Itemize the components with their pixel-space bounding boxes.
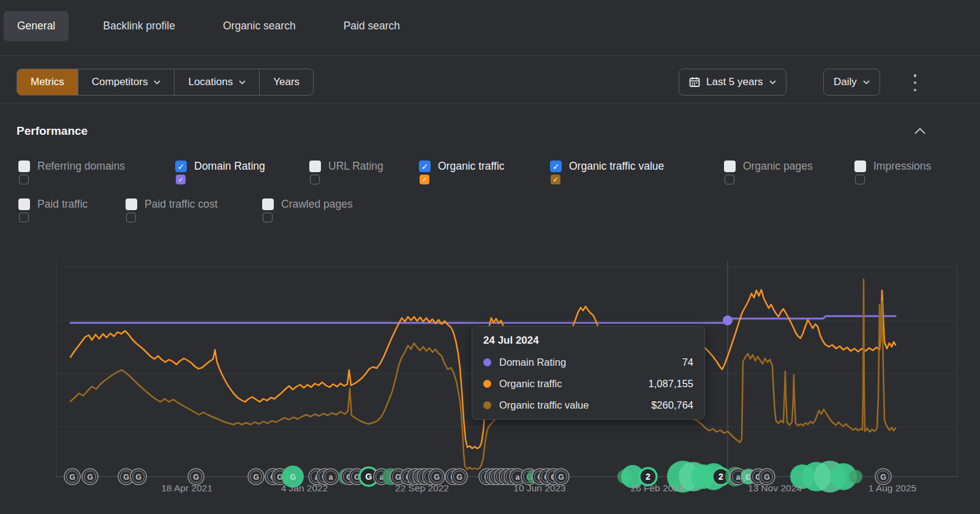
metric-toggle-impressions[interactable]: Impressions <box>854 161 980 186</box>
series-color-checkbox[interactable] <box>19 175 29 184</box>
series-color-checkbox[interactable] <box>725 175 734 184</box>
checkbox-checked[interactable]: ✓ <box>419 161 431 172</box>
event-marker-badge[interactable]: a <box>309 469 325 485</box>
metric-toggle-organic-traffic-value[interactable]: ✓Organic traffic value✓ <box>550 161 691 186</box>
event-marker-badge[interactable]: G <box>317 469 333 485</box>
event-marker-badge[interactable]: a <box>374 469 390 485</box>
tab-organic-search[interactable]: Organic search <box>209 11 309 41</box>
event-marker-badge[interactable] <box>621 465 644 488</box>
event-marker-badge[interactable] <box>691 464 715 489</box>
event-marker-badge[interactable] <box>725 467 745 486</box>
series-color-checkbox[interactable] <box>19 213 29 222</box>
event-marker-badge[interactable]: G <box>532 469 548 485</box>
checkbox-unchecked[interactable] <box>18 198 30 210</box>
event-marker-badge[interactable]: a <box>527 470 540 483</box>
event-marker-badge[interactable]: G <box>341 469 357 485</box>
event-marker-badge[interactable]: G <box>401 469 417 485</box>
event-marker-badge[interactable]: G <box>489 469 505 485</box>
series-color-checkbox[interactable] <box>310 175 320 184</box>
event-marker-badge[interactable]: G <box>445 469 461 485</box>
event-marker-badge[interactable]: 2 <box>639 468 657 485</box>
event-marker-badge[interactable]: G <box>248 469 264 485</box>
event-marker-badge[interactable]: G <box>64 469 80 485</box>
event-marker-badge[interactable] <box>802 462 831 491</box>
checkbox-unchecked[interactable] <box>854 161 866 172</box>
series-color-checkbox[interactable] <box>263 213 273 222</box>
event-marker-badge[interactable] <box>814 461 846 493</box>
tab-paid-search[interactable]: Paid search <box>330 11 413 41</box>
event-marker-badge[interactable] <box>679 462 708 491</box>
series-color-checkbox[interactable]: ✓ <box>420 175 429 184</box>
event-marker-badge[interactable]: G <box>553 469 569 485</box>
date-range-button[interactable]: Last 5 years <box>679 69 786 96</box>
metric-toggle-crawled-pages[interactable]: Crawled pages <box>262 198 403 224</box>
event-marker-badge[interactable]: G <box>118 469 134 485</box>
event-marker-badge[interactable]: G <box>413 469 429 485</box>
event-marker-badge[interactable]: G <box>417 469 433 485</box>
event-marker-badge[interactable]: a <box>730 469 746 485</box>
event-marker-badge[interactable]: G <box>282 466 304 488</box>
granularity-button[interactable]: Daily <box>823 69 880 96</box>
event-marker-badge[interactable]: G <box>759 469 775 485</box>
event-marker-badge[interactable]: G <box>504 469 520 485</box>
event-marker-badge[interactable]: G <box>360 467 378 486</box>
event-marker-badge[interactable]: a <box>510 469 526 485</box>
segment-competitors[interactable]: Competitors <box>78 69 175 95</box>
event-marker-badge[interactable]: G <box>390 469 406 485</box>
series-color-checkbox[interactable]: ✓ <box>551 175 560 184</box>
event-marker-badge[interactable]: G <box>750 469 766 485</box>
checkbox-unchecked[interactable] <box>262 198 274 210</box>
event-marker-badge[interactable]: G <box>82 469 98 485</box>
more-options-kebab-icon[interactable] <box>910 72 920 93</box>
event-marker-badge[interactable]: 2 <box>712 468 729 485</box>
event-marker-badge[interactable]: G <box>479 469 495 485</box>
checkbox-checked[interactable]: ✓ <box>175 161 187 172</box>
checkbox-unchecked[interactable] <box>309 161 321 172</box>
event-marker-badge[interactable]: a <box>423 469 439 485</box>
metric-toggle-organic-pages[interactable]: Organic pages <box>724 161 865 186</box>
event-marker-badge[interactable]: a <box>323 469 339 485</box>
segment-metrics[interactable]: Metrics <box>17 69 78 95</box>
event-marker-badge[interactable]: a <box>499 469 515 485</box>
event-marker-badge[interactable]: G <box>546 469 562 485</box>
tab-backlink-profile[interactable]: Backlink profile <box>89 11 189 41</box>
metric-toggle-referring-domains[interactable]: Referring domains <box>18 161 159 186</box>
event-marker-badge[interactable]: G <box>451 469 467 485</box>
event-marker-badge[interactable]: G <box>741 469 756 485</box>
event-marker-badge[interactable] <box>790 464 815 489</box>
series-color-checkbox[interactable] <box>126 213 136 222</box>
event-marker-badge[interactable]: G <box>485 469 501 485</box>
segment-years[interactable]: Years <box>260 69 313 95</box>
event-marker-badge[interactable]: G <box>875 469 891 485</box>
event-marker-badge[interactable]: G <box>188 469 204 485</box>
event-marker-badge[interactable] <box>382 468 399 485</box>
event-marker-badge[interactable]: G <box>265 469 281 485</box>
metric-toggle-domain-rating[interactable]: ✓Domain Rating✓ <box>175 161 316 186</box>
checkbox-unchecked[interactable] <box>126 198 137 210</box>
series-color-checkbox[interactable] <box>855 175 865 184</box>
event-marker-badge[interactable] <box>667 461 699 493</box>
event-marker-badge[interactable]: G <box>272 469 288 485</box>
checkbox-unchecked[interactable] <box>724 161 736 172</box>
event-marker-badge[interactable]: G <box>539 469 555 485</box>
event-marker-badge[interactable]: G <box>521 469 537 485</box>
metric-toggle-organic-traffic[interactable]: ✓Organic traffic✓ <box>419 161 560 186</box>
series-color-checkbox[interactable]: ✓ <box>176 175 186 184</box>
event-marker-badge[interactable]: G <box>349 469 365 485</box>
event-marker-badge[interactable]: G <box>130 469 146 485</box>
event-marker-badge[interactable] <box>521 473 528 480</box>
event-marker-badge[interactable] <box>338 469 354 485</box>
event-marker-badge[interactable]: a <box>617 469 632 484</box>
event-marker-badge[interactable] <box>830 463 857 490</box>
event-marker-badge[interactable]: G <box>407 469 423 485</box>
metric-toggle-paid-traffic-cost[interactable]: Paid traffic cost <box>126 198 266 224</box>
collapse-section-chevron-up-icon[interactable] <box>914 126 926 136</box>
event-marker-badge[interactable] <box>849 470 862 483</box>
event-marker-badge[interactable] <box>700 463 727 490</box>
event-marker-badge[interactable]: G <box>494 469 510 485</box>
checkbox-unchecked[interactable] <box>18 161 30 172</box>
event-marker-badge[interactable]: G <box>429 469 445 485</box>
checkbox-checked[interactable]: ✓ <box>550 161 562 172</box>
segment-locations[interactable]: Locations <box>175 69 260 95</box>
tab-general[interactable]: General <box>4 11 69 41</box>
